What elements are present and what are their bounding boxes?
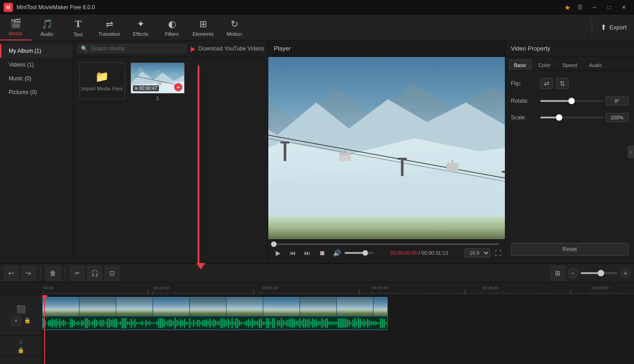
scale-value[interactable]: 100% (606, 113, 628, 122)
next-frame-button[interactable]: ⏭ (301, 247, 313, 259)
zoom-thumb[interactable] (598, 270, 604, 276)
props-tab-color[interactable]: Color (533, 60, 555, 70)
audio-track-body (42, 336, 634, 356)
volume-slider[interactable]: 🔊 (331, 247, 374, 259)
clip-frame-3 (116, 297, 153, 316)
flip-vertical-button[interactable]: ⇅ (556, 78, 569, 89)
audio-tune-button[interactable]: 🎧 (87, 266, 102, 280)
volume-thumb[interactable] (362, 250, 368, 256)
multitrack-button[interactable]: ⊞ (550, 266, 565, 280)
progress-thumb[interactable] (271, 241, 277, 247)
undo-button[interactable]: ↩ (4, 266, 18, 280)
sidebar-item-my-album[interactable]: My Album (1) (0, 44, 73, 58)
svg-rect-418 (204, 320, 205, 326)
svg-rect-465 (290, 319, 291, 327)
search-placeholder: Search media (91, 45, 125, 52)
restore-button[interactable]: □ (603, 2, 616, 13)
volume-track[interactable] (345, 252, 374, 254)
toolbar-item-effects[interactable]: ✦ Effects (125, 15, 156, 40)
props-tab-audio[interactable]: Audio (584, 60, 607, 70)
crop-button[interactable]: ⊡ (105, 266, 119, 280)
ruler-label-2: 00:00:20 (261, 286, 278, 291)
fullscreen-button[interactable]: ⛶ (495, 249, 501, 257)
toolbar-item-motion[interactable]: ↻ Motion (219, 15, 250, 40)
delete-button[interactable]: 🗑 (45, 266, 60, 280)
download-area[interactable]: ▶ Download YouTube Videos (191, 45, 264, 52)
lock-video-track-button[interactable]: 🔒 (24, 317, 31, 324)
rotate-value[interactable]: 0° (606, 96, 628, 106)
player-progress[interactable] (274, 243, 499, 245)
toolbar-item-media[interactable]: 🎬 Media (0, 15, 31, 40)
svg-rect-370 (116, 319, 117, 327)
menu-button[interactable]: ☰ (573, 2, 586, 13)
toolbar-label-effects: Effects (133, 31, 148, 37)
flip-horizontal-button[interactable]: ⇄ (540, 78, 553, 89)
media-thumbnail-1[interactable]: ⊞ 00:00:47 + (130, 62, 185, 94)
svg-rect-404 (178, 321, 179, 325)
play-button[interactable]: ▶ (272, 247, 284, 259)
volume-icon[interactable]: 🔊 (331, 247, 343, 259)
zoom-out-button[interactable]: − (568, 268, 578, 278)
svg-rect-476 (310, 321, 311, 325)
add-media-track-button[interactable]: + (11, 315, 21, 325)
collapse-properties-button[interactable]: ‹ (628, 146, 634, 158)
scale-slider[interactable] (540, 117, 603, 118)
gold-star-icon: ★ (564, 3, 571, 12)
timeline-clip-1[interactable]: ⊞ 1 (42, 297, 388, 330)
prev-frame-button[interactable]: ⏮ (287, 247, 299, 259)
svg-rect-389 (151, 322, 152, 324)
export-button[interactable]: ⬆ Export (593, 15, 634, 40)
rotate-slider[interactable] (540, 100, 603, 102)
close-button[interactable]: ✕ (617, 2, 630, 13)
playhead[interactable] (44, 295, 45, 364)
sidebar-item-videos[interactable]: Videos (1) (0, 58, 73, 72)
svg-rect-421 (209, 318, 210, 328)
svg-rect-398 (167, 320, 168, 326)
timeline-ruler-area: 00:00 00:00:10 00:00:20 00:00:30 (42, 282, 634, 364)
import-media-box[interactable]: 📁 Import Media Files (79, 62, 125, 99)
svg-rect-405 (180, 319, 181, 327)
stop-button[interactable]: ⏹ (316, 247, 328, 259)
svg-rect-457 (276, 323, 277, 324)
aspect-ratio-select[interactable]: 16:9 9:16 4:3 1:1 (464, 248, 490, 258)
svg-rect-451 (265, 322, 266, 325)
cut-button[interactable]: ✂ (70, 266, 85, 280)
toolbar-item-elements[interactable]: ⊞ Elements (187, 15, 219, 40)
clip-frame-9 (337, 297, 374, 316)
search-area[interactable]: 🔍 Search media (77, 44, 187, 54)
reset-button[interactable]: Reset (511, 243, 628, 256)
scale-thumb[interactable] (556, 114, 562, 121)
toolbar-item-filters[interactable]: ◐ Filters (156, 15, 187, 40)
svg-rect-400 (171, 320, 172, 326)
svg-rect-396 (164, 319, 164, 328)
minimize-button[interactable]: ─ (588, 2, 601, 13)
redo-button[interactable]: ↪ (21, 266, 36, 280)
toolbar-item-transition[interactable]: ⇌ Transition (94, 15, 125, 40)
clip-frame-4 (153, 297, 190, 316)
scale-row: Scale: 100% (511, 113, 628, 122)
timeline-toolbar-right: ⊞ − + (550, 266, 630, 280)
zoom-track[interactable] (581, 272, 617, 274)
svg-rect-357 (92, 321, 93, 325)
rotate-thumb[interactable] (568, 98, 575, 104)
svg-rect-355 (89, 320, 90, 326)
svg-rect-497 (349, 320, 350, 326)
svg-rect-393 (158, 319, 159, 328)
media-toolbar: 🔍 Search media ▶ Download YouTube Videos (74, 40, 268, 57)
sidebar-item-pictures[interactable]: Pictures (0) (0, 85, 73, 99)
svg-rect-478 (314, 319, 315, 327)
lock-audio-track-button[interactable]: 🔒 (17, 347, 24, 353)
ruler-tick-3 (371, 291, 372, 295)
props-tab-speed[interactable]: Speed (557, 60, 582, 70)
svg-rect-495 (345, 319, 346, 328)
svg-rect-459 (279, 320, 280, 326)
filters-icon: ◐ (168, 18, 176, 29)
add-media-button-1[interactable]: + (174, 83, 182, 91)
toolbar-item-text[interactable]: T Text (62, 15, 94, 40)
svg-rect-424 (215, 320, 216, 326)
zoom-in-button[interactable]: + (620, 268, 630, 278)
props-tab-basic[interactable]: Basic (509, 60, 532, 70)
sidebar-item-music[interactable]: Music (0) (0, 72, 73, 85)
svg-rect-411 (191, 322, 192, 324)
toolbar-item-audio[interactable]: 🎵 Audio (31, 15, 62, 40)
